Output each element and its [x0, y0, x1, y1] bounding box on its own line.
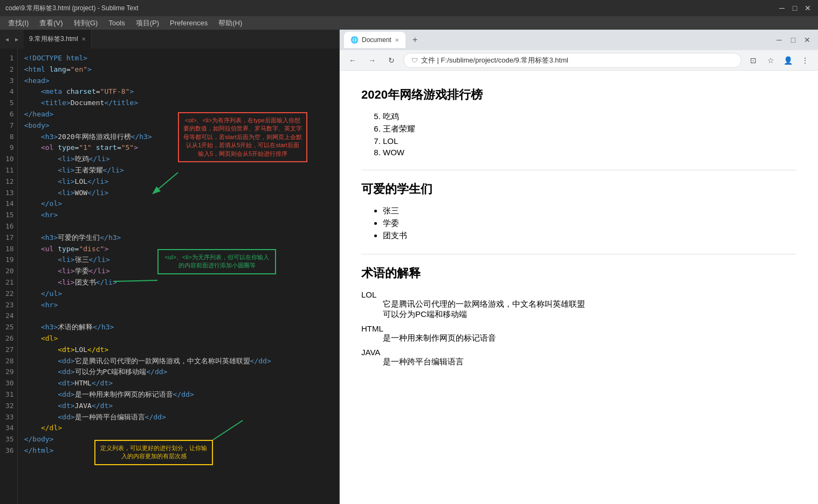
tab-scroll-left[interactable]: ◂ [3, 35, 11, 44]
more-options-button[interactable]: ⋮ [798, 53, 813, 68]
section2-heading: 可爱的学生们 [361, 181, 796, 197]
browser-tab-title: Document [362, 36, 391, 44]
section3-heading: 术语的解释 [361, 265, 796, 281]
term-java: JAVA [361, 348, 796, 357]
browser-tab-area: 🌐 Document ✕ + [344, 32, 422, 48]
tab-scroll-arrows: ◂ ▸ [3, 35, 21, 44]
menu-goto[interactable]: 转到(G) [68, 17, 104, 29]
tab-bar: ◂ ▸ 9.常用标签3.html ✕ [0, 30, 339, 49]
browser-tab-close[interactable]: ✕ [395, 37, 399, 43]
address-text: 文件 | F:/sublime/project/code/9.常用标签3.htm… [421, 56, 568, 65]
translate-button[interactable]: ⊡ [746, 53, 761, 68]
list-item: WOW [383, 148, 796, 157]
editor-window-controls: ─ □ ✕ [777, 3, 813, 13]
def-java-1: 是一种跨平台编辑语言 [383, 357, 796, 367]
def-lol-2: 可以分为PC端和移动端 [383, 309, 796, 320]
address-bar-icons: ⊡ ☆ 👤 ⋮ [746, 53, 813, 68]
lock-icon: 🛡 [411, 57, 418, 64]
editor-title: code\9.常用标签3.html (project) - Sublime Te… [5, 4, 139, 13]
profile-button[interactable]: 👤 [780, 53, 795, 68]
list-item: 学委 [383, 218, 796, 229]
browser-active-tab[interactable]: 🌐 Document ✕ [344, 32, 405, 48]
divider-1 [361, 170, 796, 170]
browser-close-btn[interactable]: ✕ [801, 33, 814, 46]
tab-label: 9.常用标签3.html [29, 34, 78, 44]
section1-heading: 2020年网络游戏排行榜 [361, 87, 796, 103]
minimize-button[interactable]: ─ [777, 3, 787, 13]
menu-view[interactable]: 查看(V) [34, 17, 68, 29]
nav-refresh-button[interactable]: ↻ [384, 53, 399, 68]
tab-scroll-right[interactable]: ▸ [12, 35, 21, 44]
address-input[interactable]: 🛡 文件 | F:/sublime/project/code/9.常用标签3.h… [403, 53, 741, 68]
term-html: HTML [361, 324, 796, 333]
def-html-1: 是一种用来制作网页的标记语音 [383, 333, 796, 343]
def-lol-1: 它是腾讯公司代理的一款网络游戏，中文名称叫英雄联盟 [383, 299, 796, 309]
list-item: LOL [383, 136, 796, 146]
list-item: 团支书 [383, 231, 796, 241]
close-button[interactable]: ✕ [803, 3, 813, 13]
definition-list: LOL 它是腾讯公司代理的一款网络游戏，中文名称叫英雄联盟 可以分为PC端和移动… [361, 290, 796, 367]
menu-bar: 查找(I) 查看(V) 转到(G) Tools 项目(P) Preference… [0, 16, 818, 30]
browser-chrome-header: 🌐 Document ✕ + ─ □ ✕ [340, 30, 818, 50]
nav-forward-button[interactable]: → [365, 53, 380, 68]
line-numbers: 1234567891011121314151617181920212223242… [0, 49, 18, 504]
main-layout: ◂ ▸ 9.常用标签3.html ✕ 123456789101112131415… [0, 30, 818, 504]
address-bar: ← → ↻ 🛡 文件 | F:/sublime/project/code/9.常… [340, 50, 818, 71]
menu-preferences[interactable]: Preferences [164, 18, 213, 28]
maximize-button[interactable]: □ [790, 3, 800, 13]
tab-close-button[interactable]: ✕ [81, 36, 86, 42]
tab-favicon: 🌐 [350, 36, 359, 44]
ordered-list: 吃鸡 王者荣耀 LOL WOW [383, 112, 796, 157]
menu-tools[interactable]: Tools [103, 18, 130, 28]
unordered-list: 张三 学委 团支书 [383, 206, 796, 241]
browser-maximize-btn[interactable]: □ [787, 33, 800, 46]
list-item: 王者荣耀 [383, 124, 796, 134]
menu-help[interactable]: 帮助(H) [213, 17, 248, 29]
list-item: 张三 [383, 206, 796, 216]
code-editor[interactable]: <!DOCTYPE html> <html lang="en"> <head> … [18, 49, 339, 504]
divider-2 [361, 254, 796, 254]
term-lol: LOL [361, 290, 796, 299]
browser-pane: 🌐 Document ✕ + ─ □ ✕ ← → ↻ 🛡 文件 | F:/sub… [340, 30, 818, 504]
editor-pane: ◂ ▸ 9.常用标签3.html ✕ 123456789101112131415… [0, 30, 340, 504]
editor-title-bar: code\9.常用标签3.html (project) - Sublime Te… [0, 0, 818, 16]
new-tab-button[interactable]: + [409, 33, 422, 46]
browser-window-controls: ─ □ ✕ [773, 33, 814, 46]
list-item: 吃鸡 [383, 112, 796, 122]
menu-project[interactable]: 项目(P) [130, 17, 164, 29]
browser-minimize-btn[interactable]: ─ [773, 33, 786, 46]
browser-content: 2020年网络游戏排行榜 吃鸡 王者荣耀 LOL WOW 可爱的学生们 张三 学… [340, 71, 818, 504]
bookmark-button[interactable]: ☆ [763, 53, 778, 68]
code-area[interactable]: 1234567891011121314151617181920212223242… [0, 49, 339, 504]
menu-find[interactable]: 查找(I) [3, 17, 34, 29]
editor-tab[interactable]: 9.常用标签3.html ✕ [24, 30, 92, 49]
nav-back-button[interactable]: ← [345, 53, 360, 68]
